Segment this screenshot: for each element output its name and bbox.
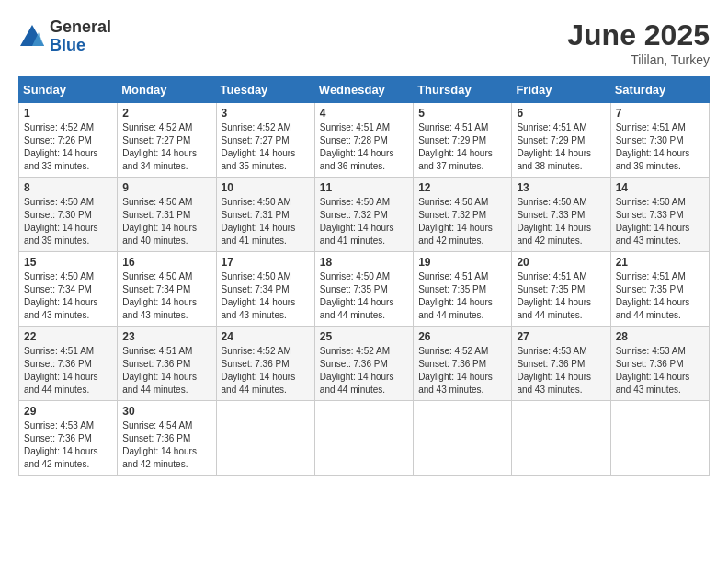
day-cell-26: 26 Sunrise: 4:52 AM Sunset: 7:36 PM Dayl…: [414, 327, 512, 401]
day-cell-29: 29 Sunrise: 4:53 AM Sunset: 7:36 PM Dayl…: [19, 401, 118, 476]
page-header: General Blue June 2025 Tililan, Turkey: [18, 18, 710, 67]
day-number: 23: [122, 330, 210, 343]
day-info: Sunrise: 4:52 AM Sunset: 7:36 PM Dayligh…: [222, 345, 310, 396]
day-number: 30: [122, 405, 210, 418]
col-sunday: Sunday: [19, 77, 118, 103]
day-cell-18: 18 Sunrise: 4:50 AM Sunset: 7:35 PM Dayl…: [314, 252, 413, 327]
empty-cell: [512, 401, 610, 476]
day-info: Sunrise: 4:50 AM Sunset: 7:34 PM Dayligh…: [222, 270, 310, 322]
day-number: 26: [418, 330, 506, 343]
day-number: 17: [222, 256, 310, 269]
day-number: 2: [122, 107, 210, 120]
day-cell-4: 4 Sunrise: 4:51 AM Sunset: 7:28 PM Dayli…: [314, 103, 413, 178]
day-cell-23: 23 Sunrise: 4:51 AM Sunset: 7:36 PM Dayl…: [118, 327, 216, 401]
day-info: Sunrise: 4:53 AM Sunset: 7:36 PM Dayligh…: [24, 419, 112, 471]
day-number: 24: [222, 330, 310, 343]
day-info: Sunrise: 4:50 AM Sunset: 7:34 PM Dayligh…: [24, 270, 112, 322]
day-info: Sunrise: 4:51 AM Sunset: 7:28 PM Dayligh…: [320, 121, 408, 173]
logo-icon: [18, 23, 46, 51]
day-cell-16: 16 Sunrise: 4:50 AM Sunset: 7:34 PM Dayl…: [118, 252, 216, 327]
day-info: Sunrise: 4:54 AM Sunset: 7:36 PM Dayligh…: [122, 419, 210, 471]
day-number: 27: [517, 330, 605, 343]
day-info: Sunrise: 4:50 AM Sunset: 7:34 PM Dayligh…: [122, 270, 210, 322]
day-info: Sunrise: 4:51 AM Sunset: 7:29 PM Dayligh…: [418, 121, 506, 173]
day-info: Sunrise: 4:51 AM Sunset: 7:35 PM Dayligh…: [418, 270, 506, 322]
day-number: 14: [616, 181, 704, 194]
day-number: 5: [418, 107, 506, 120]
day-info: Sunrise: 4:51 AM Sunset: 7:29 PM Dayligh…: [517, 121, 605, 173]
day-number: 4: [320, 107, 408, 120]
day-info: Sunrise: 4:52 AM Sunset: 7:26 PM Dayligh…: [24, 121, 112, 173]
day-info: Sunrise: 4:51 AM Sunset: 7:35 PM Dayligh…: [616, 270, 704, 322]
logo-blue-text: Blue: [50, 37, 111, 55]
day-cell-1: 1 Sunrise: 4:52 AM Sunset: 7:26 PM Dayli…: [19, 103, 118, 178]
empty-cell: [216, 401, 314, 476]
day-cell-3: 3 Sunrise: 4:52 AM Sunset: 7:27 PM Dayli…: [216, 103, 314, 178]
day-info: Sunrise: 4:52 AM Sunset: 7:36 PM Dayligh…: [320, 345, 408, 396]
day-info: Sunrise: 4:50 AM Sunset: 7:32 PM Dayligh…: [418, 196, 506, 247]
title-block: June 2025 Tililan, Turkey: [567, 18, 710, 67]
weekday-header-row: Sunday Monday Tuesday Wednesday Thursday…: [19, 77, 710, 103]
day-cell-10: 10 Sunrise: 4:50 AM Sunset: 7:31 PM Dayl…: [216, 178, 314, 252]
col-thursday: Thursday: [414, 77, 512, 103]
day-info: Sunrise: 4:50 AM Sunset: 7:30 PM Dayligh…: [24, 196, 112, 247]
col-saturday: Saturday: [610, 77, 709, 103]
day-number: 15: [24, 256, 112, 269]
day-number: 7: [616, 107, 704, 120]
day-number: 18: [320, 256, 408, 269]
day-cell-11: 11 Sunrise: 4:50 AM Sunset: 7:32 PM Dayl…: [314, 178, 413, 252]
day-cell-5: 5 Sunrise: 4:51 AM Sunset: 7:29 PM Dayli…: [414, 103, 512, 178]
day-number: 29: [24, 405, 112, 418]
day-number: 8: [24, 181, 112, 194]
empty-cell: [314, 401, 413, 476]
day-cell-14: 14 Sunrise: 4:50 AM Sunset: 7:33 PM Dayl…: [610, 178, 709, 252]
day-info: Sunrise: 4:50 AM Sunset: 7:32 PM Dayligh…: [320, 196, 408, 247]
day-info: Sunrise: 4:51 AM Sunset: 7:36 PM Dayligh…: [122, 345, 210, 396]
col-friday: Friday: [512, 77, 610, 103]
day-info: Sunrise: 4:52 AM Sunset: 7:36 PM Dayligh…: [418, 345, 506, 396]
day-info: Sunrise: 4:52 AM Sunset: 7:27 PM Dayligh…: [222, 121, 310, 173]
day-number: 1: [24, 107, 112, 120]
day-info: Sunrise: 4:53 AM Sunset: 7:36 PM Dayligh…: [616, 345, 704, 396]
day-number: 21: [616, 256, 704, 269]
day-number: 22: [24, 330, 112, 343]
day-cell-22: 22 Sunrise: 4:51 AM Sunset: 7:36 PM Dayl…: [19, 327, 118, 401]
day-number: 12: [418, 181, 506, 194]
calendar-table: Sunday Monday Tuesday Wednesday Thursday…: [18, 76, 710, 476]
day-cell-19: 19 Sunrise: 4:51 AM Sunset: 7:35 PM Dayl…: [414, 252, 512, 327]
day-cell-8: 8 Sunrise: 4:50 AM Sunset: 7:30 PM Dayli…: [19, 178, 118, 252]
day-cell-20: 20 Sunrise: 4:51 AM Sunset: 7:35 PM Dayl…: [512, 252, 610, 327]
day-number: 25: [320, 330, 408, 343]
empty-cell: [610, 401, 709, 476]
location-text: Tililan, Turkey: [567, 52, 710, 67]
logo: General Blue: [18, 18, 111, 55]
day-cell-6: 6 Sunrise: 4:51 AM Sunset: 7:29 PM Dayli…: [512, 103, 610, 178]
col-tuesday: Tuesday: [216, 77, 314, 103]
day-cell-27: 27 Sunrise: 4:53 AM Sunset: 7:36 PM Dayl…: [512, 327, 610, 401]
day-number: 3: [222, 107, 310, 120]
day-cell-12: 12 Sunrise: 4:50 AM Sunset: 7:32 PM Dayl…: [414, 178, 512, 252]
empty-cell: [414, 401, 512, 476]
day-cell-7: 7 Sunrise: 4:51 AM Sunset: 7:30 PM Dayli…: [610, 103, 709, 178]
day-cell-15: 15 Sunrise: 4:50 AM Sunset: 7:34 PM Dayl…: [19, 252, 118, 327]
day-info: Sunrise: 4:52 AM Sunset: 7:27 PM Dayligh…: [122, 121, 210, 173]
day-cell-21: 21 Sunrise: 4:51 AM Sunset: 7:35 PM Dayl…: [610, 252, 709, 327]
week-row-1: 1 Sunrise: 4:52 AM Sunset: 7:26 PM Dayli…: [19, 103, 710, 178]
day-number: 10: [222, 181, 310, 194]
day-cell-17: 17 Sunrise: 4:50 AM Sunset: 7:34 PM Dayl…: [216, 252, 314, 327]
day-cell-28: 28 Sunrise: 4:53 AM Sunset: 7:36 PM Dayl…: [610, 327, 709, 401]
day-info: Sunrise: 4:53 AM Sunset: 7:36 PM Dayligh…: [517, 345, 605, 396]
day-info: Sunrise: 4:50 AM Sunset: 7:31 PM Dayligh…: [122, 196, 210, 247]
week-row-4: 22 Sunrise: 4:51 AM Sunset: 7:36 PM Dayl…: [19, 327, 710, 401]
day-info: Sunrise: 4:51 AM Sunset: 7:35 PM Dayligh…: [517, 270, 605, 322]
day-info: Sunrise: 4:51 AM Sunset: 7:30 PM Dayligh…: [616, 121, 704, 173]
day-info: Sunrise: 4:50 AM Sunset: 7:33 PM Dayligh…: [517, 196, 605, 247]
day-info: Sunrise: 4:51 AM Sunset: 7:36 PM Dayligh…: [24, 345, 112, 396]
day-number: 28: [616, 330, 704, 343]
day-cell-24: 24 Sunrise: 4:52 AM Sunset: 7:36 PM Dayl…: [216, 327, 314, 401]
day-number: 19: [418, 256, 506, 269]
day-number: 13: [517, 181, 605, 194]
day-info: Sunrise: 4:50 AM Sunset: 7:33 PM Dayligh…: [616, 196, 704, 247]
day-cell-25: 25 Sunrise: 4:52 AM Sunset: 7:36 PM Dayl…: [314, 327, 413, 401]
col-monday: Monday: [118, 77, 216, 103]
